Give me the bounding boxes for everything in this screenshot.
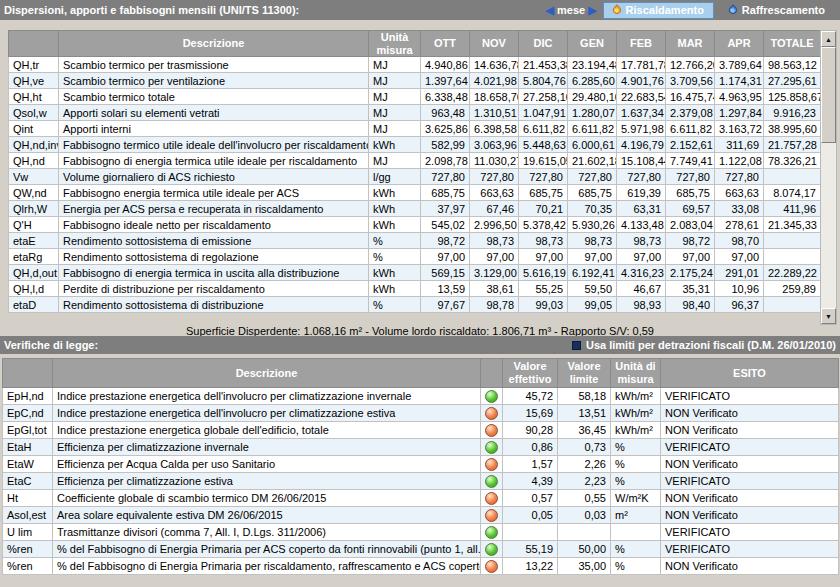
row-month-value: 2.175,24 <box>666 265 715 281</box>
use-fiscal-limits-checkbox[interactable] <box>572 341 581 350</box>
verifiche-table-row[interactable]: EpGl,totIndice prestazione energetica gl… <box>3 422 839 439</box>
row-month-value: 6.338,48 <box>421 89 470 105</box>
monthly-table-row[interactable]: Qlrh,WEnergia per ACS persa e recuperata… <box>9 201 821 217</box>
verifiche-table-row[interactable]: EtaWEfficienza per Acqua Calda per uso S… <box>3 456 839 473</box>
row-month-value: 727,80 <box>666 169 715 185</box>
row-month-value: 1.397,64 <box>421 73 470 89</box>
row-description: Apporti interni <box>59 121 369 137</box>
monthly-table-row[interactable]: etaERendimento sottosistema di emissione… <box>9 233 821 249</box>
row-code: Qlrh,W <box>9 201 59 217</box>
monthly-table-row[interactable]: QH,trScambio termico per trasmissioneMJ4… <box>9 57 821 73</box>
row-unita-misura: W/m²K <box>611 490 661 507</box>
row-code: etaRg <box>9 249 59 265</box>
monthly-table-scrollbar[interactable]: ▲ ▼ <box>820 30 837 325</box>
status-orange-light-icon <box>485 509 498 522</box>
raffrescamento-button[interactable]: Raffrescamento <box>720 2 834 19</box>
row-unit: MJ <box>369 89 421 105</box>
row-description: Indice prestazione energetica dell'invol… <box>53 405 481 422</box>
row-month-value: 97,00 <box>519 249 568 265</box>
row-month-value: 569,15 <box>421 265 470 281</box>
monthly-table-row[interactable]: QintApporti interniMJ3.625,866.398,586.6… <box>9 121 821 137</box>
row-total-value <box>764 297 821 313</box>
monthly-table-row[interactable]: Qsol,wApporti solari su elementi vetrati… <box>9 105 821 121</box>
row-month-value: 4.940,86 <box>421 57 470 73</box>
row-valore-limite: 2,23 <box>558 473 611 490</box>
monthly-table-row[interactable]: QH,d,outFabbisogno di energia termica in… <box>9 265 821 281</box>
monthly-column-header: APR <box>715 31 764 57</box>
verifiche-table-row[interactable]: %ren% del Fabbisogno di Energia Primaria… <box>3 541 839 558</box>
scroll-down-arrow-icon[interactable]: ▼ <box>821 308 836 324</box>
row-description: % del Fabbisogno di Energia Primaria per… <box>53 558 481 575</box>
scroll-up-arrow-icon[interactable]: ▲ <box>821 31 836 47</box>
verifiche-table-header: DescrizioneValore effettivoValore limite… <box>3 359 839 388</box>
riscaldamento-button[interactable]: Riscaldamento <box>603 2 714 19</box>
row-unit: kWh <box>369 265 421 281</box>
monthly-column-header <box>9 31 59 57</box>
row-total-value: 38.995,60 <box>764 121 821 137</box>
monthly-table-row[interactable]: QH,ndFabbisogno di energia termica utile… <box>9 153 821 169</box>
row-total-value: 21.345,33 <box>764 217 821 233</box>
row-month-value: 727,80 <box>470 169 519 185</box>
row-month-value: 3.625,86 <box>421 121 470 137</box>
row-unit: % <box>369 297 421 313</box>
monthly-table-row[interactable]: QH,l,dPerdite di distribuzione per risca… <box>9 281 821 297</box>
monthly-table-row[interactable]: QH,nd,invFabbisogno termico utile ideale… <box>9 137 821 153</box>
verifiche-table-row[interactable]: U limTrasmittanze divisori (comma 7, All… <box>3 524 839 541</box>
scrollbar-thumb[interactable] <box>821 47 836 143</box>
row-valore-effettivo: 15,69 <box>503 405 558 422</box>
row-unita-misura: % <box>611 439 661 456</box>
row-unit: MJ <box>369 105 421 121</box>
row-esito: NON Verificato <box>661 405 839 422</box>
row-valore-effettivo <box>503 524 558 541</box>
row-esito: VERIFICATO <box>661 473 839 490</box>
row-month-value: 1.637,34 <box>617 105 666 121</box>
verifiche-table-row[interactable]: %ren% del Fabbisogno di Energia Primaria… <box>3 558 839 575</box>
row-total-value: 125.858,67 <box>764 89 821 105</box>
row-month-value: 17.781,78 <box>617 57 666 73</box>
row-description: Indice prestazione energetica dell'invol… <box>53 388 481 405</box>
row-month-value: 98,72 <box>666 233 715 249</box>
monthly-table-row[interactable]: VwVolume giornaliero di ACS richiestol/g… <box>9 169 821 185</box>
row-month-value: 5.448,63 <box>519 137 568 153</box>
monthly-table-row[interactable]: etaDRendimento sottosistema di distribuz… <box>9 297 821 313</box>
row-month-value: 3.129,00 <box>470 265 519 281</box>
verifiche-table-row[interactable]: HtCoefficiente globale di scambio termic… <box>3 490 839 507</box>
verifiche-table-row[interactable]: Asol,estArea solare equivalente estiva D… <box>3 507 839 524</box>
status-green-light-icon <box>485 441 498 454</box>
monthly-table-row[interactable]: QH,veScambio termico per ventilazioneMJ1… <box>9 73 821 89</box>
row-month-value: 2.996,50 <box>470 217 519 233</box>
row-month-value: 727,80 <box>617 169 666 185</box>
verifiche-table-row[interactable]: EtaCEfficienza per climatizzazione estiv… <box>3 473 839 490</box>
row-month-value: 22.683,54 <box>617 89 666 105</box>
monthly-table-row[interactable]: QH,htScambio termico totaleMJ6.338,4818.… <box>9 89 821 105</box>
row-month-value: 727,80 <box>519 169 568 185</box>
verifiche-table-row[interactable]: EtaHEfficienza per climatizzazione inver… <box>3 439 839 456</box>
previous-month-arrow-icon[interactable]: ◀ <box>546 5 554 16</box>
verifiche-table-row[interactable]: EpC,ndIndice prestazione energetica dell… <box>3 405 839 422</box>
row-code: Qint <box>9 121 59 137</box>
row-month-value: 5.378,42 <box>519 217 568 233</box>
monthly-table-row[interactable]: etaRgRendimento sottosistema di regolazi… <box>9 249 821 265</box>
row-month-value: 5.616,19 <box>519 265 568 281</box>
row-code: QH,nd,inv <box>9 137 59 153</box>
flame-icon <box>611 4 622 15</box>
monthly-table-header: DescrizioneUnità misuraOTTNOVDICGENFEBMA… <box>9 31 821 57</box>
status-green-light-icon <box>485 526 498 539</box>
row-description: Trasmittanze divisori (comma 7, All. I, … <box>53 524 481 541</box>
row-month-value: 2.098,78 <box>421 153 470 169</box>
monthly-table-row[interactable]: QW,ndFabbisogno energia termica utile id… <box>9 185 821 201</box>
monthly-table-row[interactable]: Q'HFabbisogno ideale netto per riscaldam… <box>9 217 821 233</box>
row-code: Vw <box>9 169 59 185</box>
next-month-arrow-icon[interactable]: ▶ <box>588 5 596 16</box>
row-description: Fabbisogno energia termica utile ideale … <box>59 185 369 201</box>
row-month-value: 6.611,82 <box>666 121 715 137</box>
row-valore-limite: 0,55 <box>558 490 611 507</box>
row-month-value: 70,21 <box>519 201 568 217</box>
verifiche-table-row[interactable]: EpH,ndIndice prestazione energetica dell… <box>3 388 839 405</box>
use-fiscal-limits-checkbox-group[interactable]: Usa limiti per detrazioni fiscali (D.M. … <box>572 339 836 351</box>
row-month-value: 29.480,10 <box>568 89 617 105</box>
row-month-value: 4.133,48 <box>617 217 666 233</box>
row-valore-limite: 58,18 <box>558 388 611 405</box>
row-month-value: 1.047,91 <box>519 105 568 121</box>
row-description: Volume giornaliero di ACS richiesto <box>59 169 369 185</box>
